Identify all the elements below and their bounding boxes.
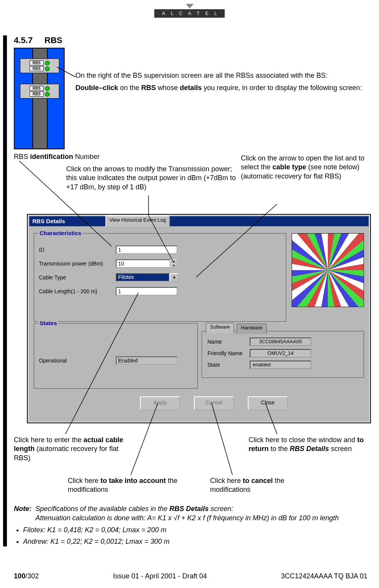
chevron-up-icon[interactable]: ▲ (170, 259, 177, 264)
rbs-image-area (292, 233, 364, 307)
status-led-icon (45, 67, 50, 71)
logo-triangle-icon (186, 4, 194, 8)
tx-power-field[interactable] (116, 259, 170, 268)
chevron-down-icon[interactable]: ▼ (170, 273, 179, 282)
states-group: States Operational (34, 323, 198, 389)
view-history-button[interactable]: View Historical Event Log (105, 215, 170, 228)
rbs-details-dialog: RBS Details View Historical Event Log Ch… (27, 214, 371, 423)
rbs-chip[interactable]: RBS (30, 66, 43, 71)
label-tx-power: Transmission power (dBm) (39, 261, 116, 267)
rbs-chip[interactable]: RBS (30, 60, 43, 65)
group-title-characteristics: Characteristics (38, 230, 83, 236)
friendly-name-field: OMUV2_14 (250, 349, 311, 357)
cable-type-combo[interactable]: Filotex ▼ (116, 273, 179, 282)
operational-field (116, 356, 177, 365)
callout-close: Click here to close the window and to re… (249, 436, 364, 454)
name-field: 3CC08645AAAA05 (250, 337, 311, 346)
characteristics-group: Characteristics ID Transmission power (d… (34, 233, 286, 322)
footer-issue: Issue 01 - April 2001 - Draft 04 (113, 572, 207, 580)
note-filotex: Filotex: K1 = 0,418; K2 = 0,004; Lmax = … (23, 525, 367, 535)
tab-hardware[interactable]: Hardware (237, 324, 267, 334)
page-margin-bar (3, 35, 7, 546)
dialog-titlebar: RBS Details (29, 216, 369, 226)
callout-cable-type: Click on the arrow to open the list and … (241, 154, 368, 181)
callout-apply: Click here to take into account the modi… (68, 476, 195, 494)
section-number: 4.5.7 (14, 35, 33, 45)
header-logo: A L C A T E L (0, 4, 379, 18)
callout-cable-length: Click here to enter the actual cable len… (14, 436, 125, 463)
label-cable-length: Cable Length(1 - 200 m) (39, 288, 116, 294)
rbs-chip[interactable]: RBS (30, 86, 43, 91)
section-title: RBS (45, 35, 62, 45)
rbs-tower-thumbnail: RBS RBS RBS RBS (14, 48, 65, 149)
status-led-icon (45, 86, 50, 91)
callout-tx-power: Click on the arrows to modify the Transm… (66, 165, 239, 192)
callout-rbs-id: RBS identification Number (14, 152, 122, 161)
callout-cancel: Click here to cancel the modifications (210, 476, 291, 494)
intro-text: On the right of the BS supervision scree… (75, 71, 367, 93)
section-heading: 4.5.7 RBS (14, 35, 62, 45)
close-button[interactable]: Close (248, 396, 288, 410)
label-friendly-name: Friendly Name (207, 350, 250, 356)
note-andrew: Andrew: K1 = 0,22; K2 = 0,0012; Lmax = 3… (23, 537, 367, 546)
tab-software[interactable]: Software (206, 323, 234, 333)
cancel-button[interactable]: Cancel (194, 396, 234, 410)
software-hardware-panel: Software Hardware Name 3CC08645AAAA05 Fr… (202, 331, 364, 378)
dialog-title: RBS Details (32, 218, 65, 224)
cable-type-value: Filotex (116, 273, 170, 282)
footer-docref: 3CC12424AAAA TQ BJA 01 (281, 572, 367, 580)
label-state: State (207, 362, 250, 368)
page-footer: 100/302 Issue 01 - April 2001 - Draft 04… (14, 572, 367, 580)
note-attenuation: Attenuation calculation is done with: A=… (14, 513, 367, 523)
status-led-icon (45, 92, 50, 97)
status-led-icon (45, 61, 50, 65)
label-operational: Operational (39, 357, 116, 364)
chevron-down-icon[interactable]: ▼ (170, 264, 177, 268)
id-field[interactable] (116, 246, 177, 254)
rbs-chip[interactable]: RBS (30, 92, 43, 97)
cable-length-field[interactable] (116, 287, 177, 296)
logo-text: A L C A T E L (154, 9, 225, 18)
group-title-states: States (38, 320, 58, 326)
label-id: ID (39, 247, 116, 253)
apply-button[interactable]: Apply (140, 396, 180, 410)
label-cable-type: Cable Type (39, 274, 116, 281)
state-field: enabled (250, 361, 311, 369)
note-block: Note: Specifications of the available ca… (14, 504, 367, 548)
intro-line1: On the right of the BS supervision scree… (75, 71, 367, 80)
tx-power-spinner[interactable]: ▲▼ (170, 259, 177, 268)
label-name: Name (207, 339, 250, 345)
